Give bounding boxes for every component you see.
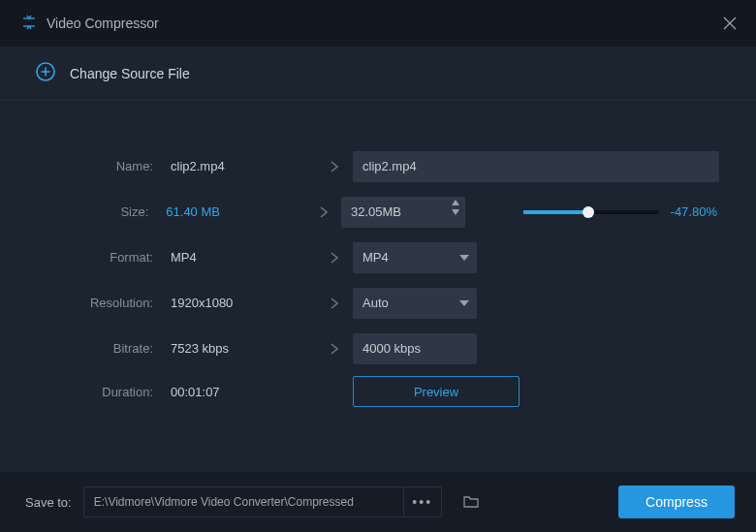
content: Name: clip2.mp4 Size: 61.40 MB	[0, 101, 756, 412]
size-label: Size:	[37, 204, 166, 219]
bitrate-control	[353, 333, 512, 364]
resolution-select[interactable]: Auto	[353, 288, 477, 319]
name-row: Name: clip2.mp4	[37, 143, 719, 189]
change-source-label: Change Source File	[70, 66, 190, 81]
size-input[interactable]	[341, 197, 465, 228]
stepper-up-icon[interactable]	[452, 200, 459, 205]
format-control: MP4	[353, 242, 512, 273]
resolution-selected: Auto	[353, 288, 477, 319]
duration-label: Duration:	[37, 385, 171, 399]
bitrate-label: Bitrate:	[37, 341, 171, 356]
bitrate-input[interactable]	[353, 333, 477, 364]
size-source-value: 61.40 MB	[166, 204, 305, 219]
save-to-label: Save to:	[25, 495, 72, 510]
folder-icon	[462, 493, 480, 511]
save-path-input[interactable]	[83, 486, 403, 517]
change-source-row[interactable]: Change Source File	[0, 47, 756, 101]
duration-value: 00:01:07	[171, 385, 316, 399]
resolution-arrow	[316, 296, 353, 311]
resolution-control: Auto	[353, 288, 512, 319]
name-label: Name:	[37, 159, 171, 173]
slider-thumb[interactable]	[583, 206, 594, 218]
bitrate-row: Bitrate: 7523 kbps	[37, 326, 719, 371]
stepper-arrows	[452, 200, 459, 215]
svg-marker-8	[452, 209, 459, 215]
titlebar-left: Video Compressor	[21, 15, 159, 33]
preview-button[interactable]: Preview	[353, 376, 520, 407]
size-extra: -47.80%	[494, 204, 719, 219]
resolution-source-value: 1920x1080	[171, 296, 316, 310]
format-source-value: MP4	[171, 250, 316, 265]
bottombar: Save to: ••• Compress	[0, 472, 756, 532]
preview-control: Preview	[353, 376, 520, 407]
save-path-wrap: •••	[83, 486, 442, 517]
format-arrow	[316, 250, 353, 266]
compressor-icon	[21, 15, 37, 33]
titlebar: Video Compressor	[0, 0, 756, 47]
format-select[interactable]: MP4	[353, 242, 477, 273]
resolution-row: Resolution: 1920x1080 Auto	[37, 280, 719, 326]
format-selected: MP4	[353, 242, 477, 273]
size-slider[interactable]	[523, 210, 659, 214]
format-row: Format: MP4 MP4	[37, 235, 719, 280]
compress-button[interactable]: Compress	[618, 485, 735, 518]
format-label: Format:	[37, 250, 171, 265]
bitrate-source-value: 7523 kbps	[171, 341, 316, 356]
slider-fill	[523, 210, 588, 214]
name-input[interactable]	[353, 151, 719, 182]
resolution-label: Resolution:	[37, 296, 171, 310]
size-control	[341, 197, 494, 228]
duration-row: Duration: 00:01:07 Preview	[37, 371, 719, 412]
browse-button[interactable]: •••	[403, 486, 442, 517]
size-arrow	[305, 204, 341, 220]
size-row: Size: 61.40 MB -47.80%	[37, 189, 719, 235]
close-icon[interactable]	[721, 15, 739, 32]
stepper-down-icon[interactable]	[452, 209, 459, 215]
ellipsis-icon: •••	[412, 494, 432, 510]
name-source-value: clip2.mp4	[171, 159, 316, 173]
size-reduction: -47.80%	[671, 204, 719, 219]
name-control	[353, 151, 512, 182]
add-icon	[35, 61, 56, 85]
svg-marker-7	[452, 200, 459, 205]
size-stepper[interactable]	[341, 197, 465, 228]
window-title: Video Compressor	[47, 16, 159, 31]
open-folder-button[interactable]	[457, 488, 485, 516]
bitrate-arrow	[316, 341, 353, 357]
name-arrow	[316, 159, 353, 174]
